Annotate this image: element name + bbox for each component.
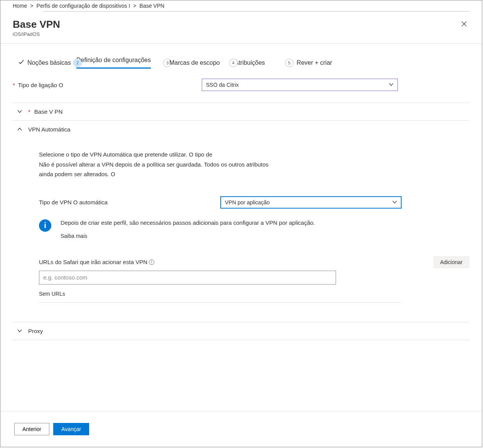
step-config-settings[interactable]: 2 Definição de configurações: [76, 57, 151, 69]
info-callout: i Depois de criar este perfil, são neces…: [39, 219, 469, 239]
close-button[interactable]: [459, 19, 469, 30]
select-value: VPN por aplicação: [225, 199, 270, 205]
breadcrumb-separator: >: [133, 3, 136, 9]
page-header: Base VPN iOS/iPadOS: [0, 12, 482, 44]
breadcrumb-item-home[interactable]: Home: [13, 3, 27, 9]
breadcrumb-item-profiles[interactable]: Perfis de configuração de dispositivos I: [37, 3, 130, 9]
add-url-button[interactable]: Adicionar: [433, 256, 469, 268]
required-marker: *: [13, 82, 15, 88]
required-marker: *: [28, 108, 30, 115]
learn-more-link[interactable]: Saiba mais: [61, 233, 315, 239]
connection-type-select[interactable]: SSO da Citrix: [202, 79, 398, 91]
step-label: Noções básicas: [27, 59, 71, 66]
safari-urls-block: URLs do Safari que irão acionar esta VPN…: [39, 256, 469, 303]
breadcrumb-separator: >: [30, 3, 33, 9]
auto-vpn-description: Selecione o tipo de VPN Automática que p…: [39, 150, 324, 179]
step-badge: 5: [285, 59, 294, 67]
step-label: Marcas de escopo: [169, 59, 220, 66]
close-icon: [461, 21, 467, 29]
breadcrumb-item-current: Base VPN: [140, 3, 165, 9]
chevron-up-icon: [17, 126, 22, 133]
section-label: Proxy: [28, 328, 43, 334]
section-proxy[interactable]: Proxy: [0, 322, 482, 340]
info-small-icon[interactable]: i: [149, 259, 154, 265]
section-label: VPN Automática: [28, 126, 70, 133]
section-auto-vpn[interactable]: VPN Automática: [0, 121, 482, 138]
section-base-vpn[interactable]: * Base V PN: [0, 103, 482, 120]
safari-url-input[interactable]: [39, 271, 336, 285]
page-subtitle: iOS/iPadOS: [13, 31, 60, 37]
wizard-steps: Noções básicas 2 Definição de configuraç…: [0, 44, 482, 72]
breadcrumb: Home > Perfis de configuração de disposi…: [0, 0, 482, 11]
step-label: Definição de configurações: [76, 57, 151, 69]
step-assignments[interactable]: 4 Atribuições: [232, 59, 265, 67]
step-label: Rever + criar: [297, 59, 332, 66]
auto-vpn-type-row: Tipo de VPN O automática VPN por aplicaç…: [39, 196, 469, 209]
page-title: Base VPN: [13, 19, 60, 30]
chevron-down-icon: [389, 82, 393, 88]
step-review-create[interactable]: 5 Rever + criar: [285, 59, 332, 67]
wizard-footer: Anterior Avançar: [0, 411, 482, 447]
step-scope-tags[interactable]: 3 Marcas de escopo: [163, 59, 220, 67]
no-urls-label: Sem URLs: [39, 291, 402, 303]
check-icon: [18, 59, 24, 67]
auto-vpn-content: Selecione o tipo de VPN Automática que p…: [0, 138, 482, 307]
previous-button[interactable]: Anterior: [14, 423, 49, 435]
auto-vpn-type-select[interactable]: VPN por aplicação: [220, 196, 402, 209]
step-badge: 4: [229, 59, 238, 67]
chevron-down-icon: [17, 328, 22, 334]
info-icon: i: [39, 219, 51, 232]
chevron-down-icon: [17, 108, 22, 115]
select-value: SSO da Citrix: [206, 82, 239, 88]
chevron-down-icon: [392, 199, 397, 205]
connection-type-row: * Tipo de ligação O SSO da Citrix: [0, 72, 482, 98]
section-label: Base V PN: [34, 108, 62, 115]
next-button[interactable]: Avançar: [53, 423, 89, 435]
connection-type-label: * Tipo de ligação O: [13, 82, 202, 88]
auto-vpn-type-label: Tipo de VPN O automática: [39, 199, 220, 205]
step-badge: 2: [73, 59, 82, 67]
info-message: Depois de criar este perfil, são necessá…: [61, 219, 315, 226]
step-basics[interactable]: Noções básicas: [18, 59, 71, 67]
step-label: Atribuições: [235, 59, 265, 66]
safari-urls-label: URLs do Safari que irão acionar esta VPN…: [39, 259, 154, 265]
